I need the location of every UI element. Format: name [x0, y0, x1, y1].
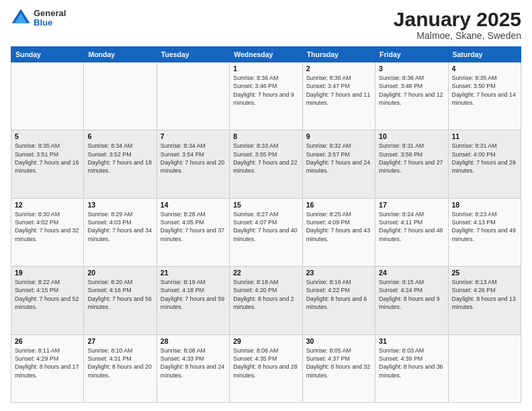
- day-info: Sunrise: 8:34 AM Sunset: 3:54 PM Dayligh…: [161, 142, 226, 175]
- day-info: Sunrise: 8:22 AM Sunset: 4:15 PM Dayligh…: [15, 278, 80, 311]
- day-info: Sunrise: 8:35 AM Sunset: 3:50 PM Dayligh…: [452, 74, 517, 107]
- day-info: Sunrise: 8:33 AM Sunset: 3:55 PM Dayligh…: [233, 142, 298, 175]
- day-info: Sunrise: 8:19 AM Sunset: 4:18 PM Dayligh…: [161, 278, 226, 311]
- day-number: 8: [233, 132, 298, 140]
- day-number: 16: [306, 201, 371, 209]
- day-info: Sunrise: 8:10 AM Sunset: 4:31 PM Dayligh…: [87, 347, 152, 379]
- header-cell-sunday: Sunday: [11, 47, 84, 62]
- logo: General Blue: [11, 8, 66, 28]
- logo-general: General: [34, 9, 66, 18]
- day-number: 30: [306, 337, 371, 345]
- day-info: Sunrise: 8:36 AM Sunset: 3:47 PM Dayligh…: [306, 74, 371, 107]
- day-info: Sunrise: 8:20 AM Sunset: 4:16 PM Dayligh…: [87, 278, 152, 311]
- day-cell: 16Sunrise: 8:25 AM Sunset: 4:09 PM Dayli…: [302, 198, 375, 266]
- day-number: 12: [15, 201, 80, 209]
- day-number: 6: [87, 132, 152, 140]
- day-cell: 9Sunrise: 8:32 AM Sunset: 3:57 PM Daylig…: [302, 130, 375, 198]
- day-info: Sunrise: 8:13 AM Sunset: 4:26 PM Dayligh…: [452, 278, 517, 311]
- title-block: January 2025 Malmoe, Skane, Sweden: [394, 8, 521, 41]
- day-info: Sunrise: 8:11 AM Sunset: 4:29 PM Dayligh…: [15, 347, 80, 379]
- day-number: 3: [379, 64, 444, 73]
- day-number: 26: [15, 337, 80, 345]
- day-info: Sunrise: 8:28 AM Sunset: 4:05 PM Dayligh…: [161, 210, 226, 243]
- day-cell: [11, 62, 84, 130]
- day-cell: [157, 62, 229, 130]
- day-number: 14: [161, 201, 226, 209]
- day-number: 25: [452, 269, 517, 277]
- day-number: 31: [379, 337, 444, 345]
- day-cell: 13Sunrise: 8:29 AM Sunset: 4:03 PM Dayli…: [84, 198, 157, 266]
- day-cell: 14Sunrise: 8:28 AM Sunset: 4:05 PM Dayli…: [157, 198, 229, 266]
- day-cell: 31Sunrise: 8:03 AM Sunset: 4:39 PM Dayli…: [375, 334, 448, 402]
- logo-icon: [11, 8, 31, 28]
- day-number: 29: [233, 337, 298, 345]
- calendar-header: SundayMondayTuesdayWednesdayThursdayFrid…: [11, 47, 521, 62]
- day-number: 11: [452, 132, 517, 140]
- day-info: Sunrise: 8:24 AM Sunset: 4:11 PM Dayligh…: [379, 210, 444, 243]
- day-cell: 29Sunrise: 8:06 AM Sunset: 4:35 PM Dayli…: [230, 334, 302, 402]
- day-cell: 17Sunrise: 8:24 AM Sunset: 4:11 PM Dayli…: [375, 198, 448, 266]
- day-info: Sunrise: 8:36 AM Sunset: 3:46 PM Dayligh…: [233, 74, 298, 107]
- day-cell: 21Sunrise: 8:19 AM Sunset: 4:18 PM Dayli…: [157, 267, 229, 334]
- day-cell: 10Sunrise: 8:31 AM Sunset: 3:58 PM Dayli…: [375, 130, 448, 198]
- day-info: Sunrise: 8:08 AM Sunset: 4:33 PM Dayligh…: [161, 347, 226, 379]
- header-cell-wednesday: Wednesday: [230, 47, 302, 62]
- day-number: 27: [87, 337, 152, 345]
- day-cell: 15Sunrise: 8:27 AM Sunset: 4:07 PM Dayli…: [230, 198, 302, 266]
- day-cell: 12Sunrise: 8:30 AM Sunset: 4:02 PM Dayli…: [11, 198, 84, 266]
- day-info: Sunrise: 8:25 AM Sunset: 4:09 PM Dayligh…: [306, 210, 371, 243]
- day-info: Sunrise: 8:18 AM Sunset: 4:20 PM Dayligh…: [233, 278, 298, 311]
- day-info: Sunrise: 8:05 AM Sunset: 4:37 PM Dayligh…: [306, 347, 371, 379]
- day-info: Sunrise: 8:29 AM Sunset: 4:03 PM Dayligh…: [87, 210, 152, 243]
- week-row-4: 19Sunrise: 8:22 AM Sunset: 4:15 PM Dayli…: [11, 267, 521, 334]
- day-number: 2: [306, 64, 371, 73]
- day-number: 13: [87, 201, 152, 209]
- day-number: 7: [161, 132, 226, 140]
- day-cell: 11Sunrise: 8:31 AM Sunset: 4:00 PM Dayli…: [448, 130, 521, 198]
- day-info: Sunrise: 8:34 AM Sunset: 3:52 PM Dayligh…: [87, 142, 152, 175]
- day-info: Sunrise: 8:35 AM Sunset: 3:51 PM Dayligh…: [15, 142, 80, 175]
- day-info: Sunrise: 8:31 AM Sunset: 4:00 PM Dayligh…: [452, 142, 517, 175]
- header-row: SundayMondayTuesdayWednesdayThursdayFrid…: [11, 47, 521, 62]
- calendar-body: 1Sunrise: 8:36 AM Sunset: 3:46 PM Daylig…: [11, 62, 521, 403]
- day-cell: [448, 334, 521, 402]
- day-cell: [84, 62, 157, 130]
- day-cell: 20Sunrise: 8:20 AM Sunset: 4:16 PM Dayli…: [84, 267, 157, 334]
- logo-blue: Blue: [34, 18, 66, 28]
- day-cell: 3Sunrise: 8:36 AM Sunset: 3:48 PM Daylig…: [375, 62, 448, 130]
- day-cell: 5Sunrise: 8:35 AM Sunset: 3:51 PM Daylig…: [11, 130, 84, 198]
- week-row-3: 12Sunrise: 8:30 AM Sunset: 4:02 PM Dayli…: [11, 198, 521, 266]
- day-cell: 8Sunrise: 8:33 AM Sunset: 3:55 PM Daylig…: [230, 130, 302, 198]
- week-row-2: 5Sunrise: 8:35 AM Sunset: 3:51 PM Daylig…: [11, 130, 521, 198]
- day-info: Sunrise: 8:36 AM Sunset: 3:48 PM Dayligh…: [379, 74, 444, 107]
- day-cell: 1Sunrise: 8:36 AM Sunset: 3:46 PM Daylig…: [230, 62, 302, 130]
- day-cell: 25Sunrise: 8:13 AM Sunset: 4:26 PM Dayli…: [448, 267, 521, 334]
- day-info: Sunrise: 8:03 AM Sunset: 4:39 PM Dayligh…: [379, 347, 444, 379]
- day-info: Sunrise: 8:30 AM Sunset: 4:02 PM Dayligh…: [15, 210, 80, 243]
- day-number: 22: [233, 269, 298, 277]
- day-number: 21: [161, 269, 226, 277]
- day-cell: 23Sunrise: 8:16 AM Sunset: 4:22 PM Dayli…: [302, 267, 375, 334]
- header-cell-saturday: Saturday: [448, 47, 521, 62]
- week-row-1: 1Sunrise: 8:36 AM Sunset: 3:46 PM Daylig…: [11, 62, 521, 130]
- day-cell: 26Sunrise: 8:11 AM Sunset: 4:29 PM Dayli…: [11, 334, 84, 402]
- day-cell: 18Sunrise: 8:23 AM Sunset: 4:13 PM Dayli…: [448, 198, 521, 266]
- header-cell-monday: Monday: [84, 47, 157, 62]
- day-cell: 28Sunrise: 8:08 AM Sunset: 4:33 PM Dayli…: [157, 334, 229, 402]
- calendar-title: January 2025: [394, 8, 521, 30]
- page: General Blue January 2025 Malmoe, Skane,…: [0, 0, 532, 411]
- day-cell: 27Sunrise: 8:10 AM Sunset: 4:31 PM Dayli…: [84, 334, 157, 402]
- day-cell: 7Sunrise: 8:34 AM Sunset: 3:54 PM Daylig…: [157, 130, 229, 198]
- day-info: Sunrise: 8:06 AM Sunset: 4:35 PM Dayligh…: [233, 347, 298, 379]
- day-info: Sunrise: 8:23 AM Sunset: 4:13 PM Dayligh…: [452, 210, 517, 243]
- day-info: Sunrise: 8:32 AM Sunset: 3:57 PM Dayligh…: [306, 142, 371, 175]
- header-cell-friday: Friday: [375, 47, 448, 62]
- day-cell: 6Sunrise: 8:34 AM Sunset: 3:52 PM Daylig…: [84, 130, 157, 198]
- header: General Blue January 2025 Malmoe, Skane,…: [11, 8, 521, 41]
- logo-text: General Blue: [34, 9, 66, 28]
- day-cell: 30Sunrise: 8:05 AM Sunset: 4:37 PM Dayli…: [302, 334, 375, 402]
- day-info: Sunrise: 8:15 AM Sunset: 4:24 PM Dayligh…: [379, 278, 444, 311]
- day-number: 18: [452, 201, 517, 209]
- day-number: 17: [379, 201, 444, 209]
- day-cell: 19Sunrise: 8:22 AM Sunset: 4:15 PM Dayli…: [11, 267, 84, 334]
